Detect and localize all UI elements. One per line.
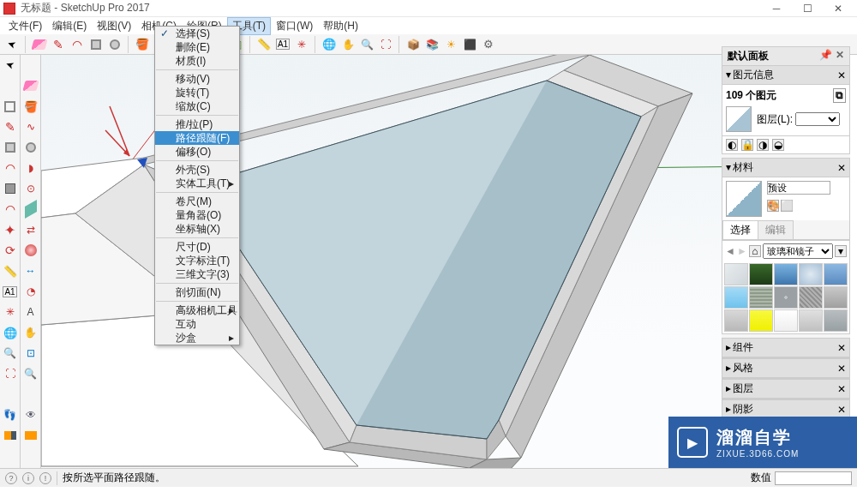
current-material-thumb[interactable]: [726, 181, 762, 217]
tab-edit[interactable]: 编辑: [758, 220, 794, 239]
menu-rotate[interactable]: 旋转(T): [155, 86, 239, 99]
eraser-tool-icon[interactable]: [31, 36, 48, 53]
pan-tool-icon[interactable]: [339, 36, 357, 53]
menu-tape[interactable]: 卷尺(M): [155, 195, 239, 208]
menu-move[interactable]: 移动(V): [155, 72, 239, 86]
menu-sandbox[interactable]: 沙盒: [155, 331, 239, 345]
rotate2-icon[interactable]: [2, 242, 19, 259]
menu-interact[interactable]: 互动: [155, 317, 239, 331]
menu-scale[interactable]: 缩放(C): [155, 99, 239, 113]
shadow-icon[interactable]: ◑: [757, 139, 769, 151]
push-icon[interactable]: [2, 180, 19, 197]
text-tool-icon[interactable]: [274, 36, 291, 53]
movearr-icon[interactable]: ⇄: [22, 221, 39, 238]
warehouse-icon[interactable]: [405, 36, 422, 53]
viewport[interactable]: [41, 55, 722, 468]
panel-close-icon-2[interactable]: ✕: [837, 162, 846, 174]
details-icon[interactable]: ▾: [835, 245, 847, 257]
rect-icon[interactable]: [2, 139, 19, 156]
menu-protractor[interactable]: 量角器(O): [155, 208, 239, 222]
menu-advcam[interactable]: 高级相机工具: [155, 303, 239, 317]
swatch-11[interactable]: [749, 309, 773, 332]
material-default-icon[interactable]: ⬜: [781, 200, 793, 212]
menu-text3d[interactable]: 三维文字(3): [155, 267, 239, 281]
minimize-button[interactable]: ─: [761, 0, 792, 16]
material-category[interactable]: 玻璃和镜子: [763, 243, 833, 259]
components-header[interactable]: 组件✕: [722, 339, 849, 357]
menu-view[interactable]: 视图(V): [92, 17, 136, 35]
eraser2-icon[interactable]: [22, 77, 39, 94]
position-icon[interactable]: [22, 427, 39, 444]
menu-select[interactable]: 选择(S): [155, 27, 239, 40]
menu-help[interactable]: 帮助(H): [318, 17, 363, 35]
hidden-icon[interactable]: ◐: [726, 139, 738, 151]
section2-icon[interactable]: [2, 427, 19, 444]
component-icon[interactable]: [461, 36, 478, 53]
swatch-2[interactable]: [774, 263, 798, 285]
tray-pin-icon[interactable]: 📌: [819, 49, 832, 63]
swatch-4[interactable]: [824, 263, 848, 285]
menu-followme[interactable]: 路径跟随(F): [155, 131, 239, 145]
swatch-8[interactable]: [799, 286, 823, 309]
settings-icon[interactable]: [480, 36, 497, 53]
menu-dim[interactable]: 尺寸(D): [155, 240, 239, 254]
offset2-icon[interactable]: ⊙: [22, 180, 39, 197]
protractor2-icon[interactable]: ◔: [22, 283, 39, 300]
axes2-icon[interactable]: [2, 303, 19, 321]
menu-material[interactable]: 材质(I): [155, 54, 239, 68]
status-icon-2[interactable]: i: [22, 472, 34, 484]
material-create-icon[interactable]: 🎨: [767, 200, 779, 212]
paint-tool-icon[interactable]: [134, 36, 151, 53]
sun-icon[interactable]: [442, 36, 459, 53]
zoom2-icon[interactable]: [2, 345, 19, 362]
swatch-10[interactable]: [724, 309, 748, 332]
zoom-extents-tool-icon[interactable]: [377, 36, 394, 53]
move2-icon[interactable]: [2, 221, 19, 238]
swatch-6[interactable]: [749, 286, 773, 309]
zoomfit2-icon[interactable]: [2, 365, 19, 382]
menu-edit[interactable]: 编辑(E): [47, 17, 92, 35]
tab-select[interactable]: 选择: [722, 220, 758, 239]
menu-label[interactable]: 文字标注(T): [155, 254, 239, 267]
menu-axes[interactable]: 坐标轴(X): [155, 222, 239, 236]
swatch-5[interactable]: [724, 286, 748, 309]
text2-icon[interactable]: [2, 283, 19, 300]
materials-header[interactable]: 材料✕: [722, 159, 849, 177]
material-name-input[interactable]: [767, 181, 830, 195]
styles-header[interactable]: 风格✕: [722, 359, 849, 378]
pan2-icon[interactable]: [22, 324, 39, 341]
arc-tool-icon[interactable]: [69, 36, 86, 53]
select-tool-icon[interactable]: [3, 36, 21, 53]
swatch-7[interactable]: [774, 286, 798, 309]
lookaround-icon[interactable]: 👁: [22, 406, 39, 423]
entity-info-header[interactable]: 图元信息✕: [722, 66, 849, 85]
lock-icon[interactable]: 🔒: [741, 139, 753, 151]
tray-close-icon[interactable]: ✕: [836, 49, 844, 63]
zoomwin-icon[interactable]: ⊡: [22, 345, 39, 362]
status-icon-1[interactable]: ?: [5, 472, 17, 484]
pie-icon[interactable]: ◗: [22, 159, 39, 177]
tape2-icon[interactable]: [2, 262, 19, 279]
axes-tool-icon[interactable]: [293, 36, 310, 53]
menu-solid[interactable]: 实体工具(T): [155, 177, 239, 190]
select-icon[interactable]: [2, 57, 19, 74]
measurements-input[interactable]: [775, 471, 852, 485]
zoomprev-icon[interactable]: [22, 365, 39, 382]
swatch-13[interactable]: [799, 309, 823, 332]
extension-icon[interactable]: [423, 36, 440, 53]
freehand-icon[interactable]: ∿: [22, 118, 39, 135]
pencil-icon[interactable]: [2, 118, 19, 135]
entity-expand-icon[interactable]: ⧉: [833, 88, 846, 103]
menu-section[interactable]: 剖切面(N): [155, 285, 239, 299]
scale2-icon[interactable]: [22, 201, 39, 218]
swatch-0[interactable]: [724, 263, 748, 285]
dimension-icon[interactable]: ↔: [22, 262, 39, 279]
orbit-tool-icon[interactable]: [321, 36, 338, 53]
menu-shell[interactable]: 外壳(S): [155, 163, 239, 177]
default-tray-title[interactable]: 默认面板 📌✕: [722, 46, 850, 65]
rectangle-tool-icon[interactable]: [87, 36, 105, 53]
arc2-icon[interactable]: [2, 159, 19, 177]
line-tool-icon[interactable]: [50, 36, 67, 53]
menu-window[interactable]: 窗口(W): [271, 17, 318, 35]
paint2-icon[interactable]: [22, 98, 39, 115]
